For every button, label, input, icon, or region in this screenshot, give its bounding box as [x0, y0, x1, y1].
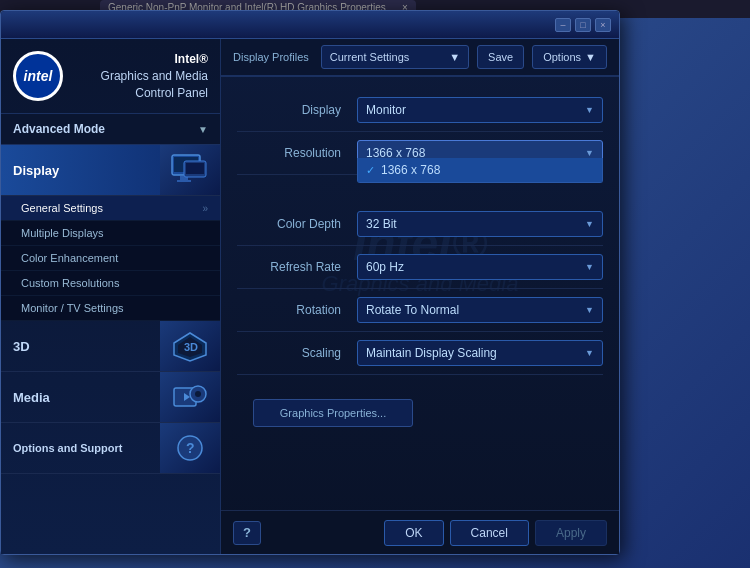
display-row: Display Monitor ▼ [237, 89, 603, 132]
options-arrow: ▼ [585, 51, 596, 63]
refresh-rate-arrow: ▼ [585, 262, 594, 272]
bottom-bar: ? OK Cancel Apply [221, 510, 619, 554]
cancel-button[interactable]: Cancel [450, 520, 529, 546]
save-button[interactable]: Save [477, 45, 524, 69]
display-value: Monitor [366, 103, 406, 117]
product-props-area: Graphics Properties... [237, 391, 603, 435]
resolution-arrow: ▼ [585, 148, 594, 158]
svg-rect-3 [177, 180, 191, 182]
general-settings-arrow: » [202, 203, 208, 214]
brand-line3: Control Panel [73, 85, 208, 102]
media-icon [160, 372, 220, 422]
refresh-rate-control[interactable]: 60p Hz ▼ [357, 254, 603, 280]
intel-logo: intel [13, 51, 63, 101]
sidebar-item-color-enhancement[interactable]: Color Enhancement [1, 246, 220, 271]
profiles-label: Display Profiles [233, 51, 309, 63]
profile-current-value: Current Settings [330, 51, 409, 63]
svg-text:?: ? [186, 440, 195, 456]
rotation-arrow: ▼ [585, 305, 594, 315]
intel-title: Intel® Graphics and Media Control Panel [73, 51, 208, 101]
profile-select[interactable]: Current Settings ▼ [321, 45, 469, 69]
rotation-value: Rotate To Normal [366, 303, 459, 317]
sidebar-item-3d[interactable]: 3D 3D [1, 321, 220, 372]
color-enhancement-label: Color Enhancement [21, 252, 118, 264]
sidebar-item-media-label: Media [1, 380, 160, 415]
title-bar-buttons: – □ × [555, 18, 611, 32]
close-button[interactable]: × [595, 18, 611, 32]
help-button[interactable]: ? [233, 521, 261, 545]
intel-logo-text: intel [24, 68, 53, 84]
brand-name: Intel® [73, 51, 208, 68]
rotation-row: Rotation Rotate To Normal ▼ [237, 289, 603, 332]
sidebar-item-media[interactable]: Media [1, 372, 220, 423]
options-icon: ? [160, 423, 220, 473]
sidebar-item-display[interactable]: Display [1, 145, 220, 196]
display-sub-items: General Settings » Multiple Displays Col… [1, 196, 220, 321]
mode-selector[interactable]: Advanced Mode ▼ [1, 114, 220, 145]
color-depth-control[interactable]: 32 Bit ▼ [357, 211, 603, 237]
profiles-bar: Display Profiles Current Settings ▼ Save… [221, 39, 619, 77]
logo-area: intel Intel® Graphics and Media Control … [1, 39, 220, 114]
sidebar-item-options[interactable]: Options and Support ? [1, 423, 220, 474]
color-depth-row: Color Depth 32 Bit ▼ [237, 203, 603, 246]
multiple-displays-label: Multiple Displays [21, 227, 104, 239]
scaling-value: Maintain Display Scaling [366, 346, 497, 360]
mode-dropdown-arrow: ▼ [198, 124, 208, 135]
monitor-tv-label: Monitor / TV Settings [21, 302, 124, 314]
resolution-label: Resolution [237, 146, 357, 160]
resolution-dropdown: ✓ 1366 x 768 [357, 158, 603, 183]
custom-resolutions-label: Custom Resolutions [21, 277, 119, 289]
check-mark: ✓ [366, 164, 375, 177]
refresh-rate-value: 60p Hz [366, 260, 404, 274]
svg-rect-5 [186, 163, 204, 174]
3d-icon: 3D [160, 321, 220, 371]
rotation-control[interactable]: Rotate To Normal ▼ [357, 297, 603, 323]
resolution-option-1-label: 1366 x 768 [381, 163, 440, 177]
mode-label: Advanced Mode [13, 122, 105, 136]
refresh-rate-row: Refresh Rate 60p Hz ▼ [237, 246, 603, 289]
sidebar-item-general-settings[interactable]: General Settings » [1, 196, 220, 221]
sidebar-item-options-label: Options and Support [1, 432, 160, 464]
graphics-properties-button[interactable]: Graphics Properties... [253, 399, 413, 427]
scaling-label: Scaling [237, 346, 357, 360]
profile-select-arrow: ▼ [449, 51, 460, 63]
sidebar-item-custom-resolutions[interactable]: Custom Resolutions [1, 271, 220, 296]
sidebar-item-monitor-tv[interactable]: Monitor / TV Settings [1, 296, 220, 321]
sidebar-item-multiple-displays[interactable]: Multiple Displays [1, 221, 220, 246]
resolution-row: Resolution 1366 x 768 ▼ ✓ 1366 x 768 [237, 132, 603, 175]
color-depth-value: 32 Bit [366, 217, 397, 231]
sidebar-item-display-label: Display [1, 153, 160, 188]
main-window: – □ × intel Intel® Graphics and Media Co… [0, 10, 620, 555]
resolution-option-1[interactable]: ✓ 1366 x 768 [358, 158, 602, 182]
display-control[interactable]: Monitor ▼ [357, 97, 603, 123]
display-icon [160, 145, 220, 195]
scaling-row: Scaling Maintain Display Scaling ▼ [237, 332, 603, 375]
minimize-button[interactable]: – [555, 18, 571, 32]
display-arrow: ▼ [585, 105, 594, 115]
brand-line2: Graphics and Media [73, 68, 208, 85]
svg-point-11 [195, 391, 201, 397]
rotation-label: Rotation [237, 303, 357, 317]
general-settings-label: General Settings [21, 202, 103, 214]
display-label: Display [237, 103, 357, 117]
color-depth-label: Color Depth [237, 217, 357, 231]
settings-form: Display Monitor ▼ Resolution 1366 x 768 … [221, 77, 619, 510]
options-label: Options [543, 51, 581, 63]
ok-button[interactable]: OK [384, 520, 443, 546]
apply-button[interactable]: Apply [535, 520, 607, 546]
sidebar-item-3d-label: 3D [1, 329, 160, 364]
title-bar: – □ × [1, 11, 619, 39]
content-area: intel Intel® Graphics and Media Control … [1, 39, 619, 554]
right-panel: Intel® Graphics and Media Display Profil… [221, 39, 619, 554]
maximize-button[interactable]: □ [575, 18, 591, 32]
svg-text:3D: 3D [184, 341, 198, 353]
scaling-control[interactable]: Maintain Display Scaling ▼ [357, 340, 603, 366]
options-button[interactable]: Options ▼ [532, 45, 607, 69]
color-depth-arrow: ▼ [585, 219, 594, 229]
scaling-arrow: ▼ [585, 348, 594, 358]
refresh-rate-label: Refresh Rate [237, 260, 357, 274]
sidebar: intel Intel® Graphics and Media Control … [1, 39, 221, 554]
